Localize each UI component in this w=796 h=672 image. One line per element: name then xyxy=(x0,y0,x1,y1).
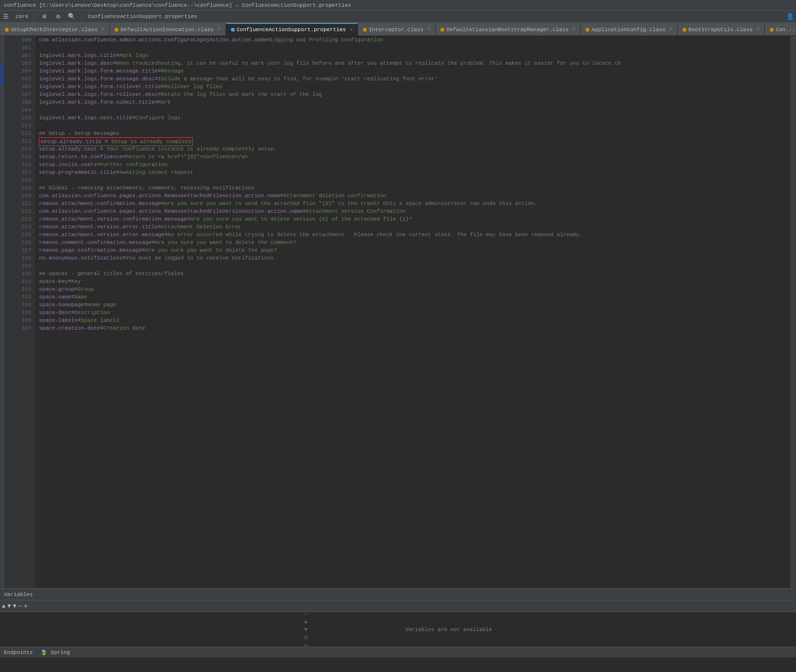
tab-con-ellipsis[interactable]: Con... xyxy=(765,23,796,36)
line-number: 322 xyxy=(4,207,31,215)
code-line: loglevel.mark.logs.desc=When troubleshoo… xyxy=(39,59,790,67)
menu-separator xyxy=(34,13,35,20)
code-line: setup.programmatic.title=Awaiting tenant… xyxy=(39,168,790,176)
variables-toolbar: ▲ ▼ ▼ — + xyxy=(0,600,796,612)
left-sidebar xyxy=(0,36,4,588)
tab-dot-orange7 xyxy=(770,28,774,32)
minus-icon[interactable]: — xyxy=(19,603,22,610)
line-number: 319 xyxy=(4,184,31,192)
tab-close[interactable]: × xyxy=(757,27,759,32)
layout-icon[interactable]: ⊞ xyxy=(40,13,48,20)
code-line xyxy=(39,176,790,184)
line-number: 326 xyxy=(4,239,31,246)
code-line: loglevel.mark.logs.next.title=Configure … xyxy=(39,114,790,122)
variables-header: Variables xyxy=(0,589,796,600)
tab-close[interactable]: × xyxy=(572,27,575,32)
tab-close[interactable]: × xyxy=(101,27,104,32)
line-number: 325 xyxy=(4,231,31,239)
tab-interceptor[interactable]: Interceptor.class × xyxy=(358,23,436,36)
search-icon[interactable]: 🔍 xyxy=(68,13,76,20)
code-line: loglevel.mark.logs.form.message.desc=Inc… xyxy=(39,75,790,83)
line-number: 314 xyxy=(4,145,31,153)
bottom-bar: Endpoints 🍃 Spring xyxy=(0,647,796,657)
line-number: 315 xyxy=(4,153,31,161)
line-number: 331 xyxy=(4,278,31,285)
code-line: setup.invite.users=Further configuration xyxy=(39,161,790,168)
code-line: space-homepage=Home page xyxy=(39,301,790,309)
line-number: 328 xyxy=(4,254,31,262)
tab-confluence-action-support[interactable]: ConfluenceActionSupport.properties × xyxy=(226,23,358,36)
code-line: loglevel.mark.logs.form.rollover.desc=Ro… xyxy=(39,91,790,98)
tab-label: DefaultAtlassianBootstrapManager.class xyxy=(446,27,569,33)
spring-label[interactable]: 🍃 Spring xyxy=(40,649,70,655)
plus-icon[interactable]: + xyxy=(24,602,28,610)
tab-dot-blue xyxy=(231,28,235,32)
tab-dot-orange6 xyxy=(682,28,686,32)
tab-default-action-invocation[interactable]: DefaultActionInvocation.class × xyxy=(110,23,226,36)
tab-close[interactable]: × xyxy=(427,27,430,32)
code-line: setup.already.title = Setup is already c… xyxy=(39,137,790,145)
tab-setup-check-interceptor[interactable]: SetupCheckInterceptor.class × xyxy=(0,23,110,36)
line-number: 309 xyxy=(4,106,31,114)
variables-content: — ▲ ▼ ⧉ ∞ Variables are not available xyxy=(0,612,796,647)
code-line: loglevel.mark.logs.form.submit.title=Mar… xyxy=(39,98,790,106)
code-area[interactable]: com.atlassian.confluence.admin.actions.C… xyxy=(35,36,790,588)
arrow-down-icon[interactable]: ▼ xyxy=(7,603,11,610)
tab-dot-orange4 xyxy=(440,28,444,32)
main-area: 3003013023033043053063073083093103113123… xyxy=(0,36,796,588)
line-number: 316 xyxy=(4,161,31,168)
code-line: remove.page.confirmation.message=Are you… xyxy=(39,246,790,254)
code-line: setup.return.to.confluence=Return to <a … xyxy=(39,153,790,161)
title-text: confluence [C:\Users\Lenovo\Desktop\conf… xyxy=(4,2,351,8)
settings-icon[interactable]: ⚙ xyxy=(54,13,62,20)
tab-dot-orange xyxy=(5,28,9,32)
line-number: 335 xyxy=(4,309,31,317)
filter-icon[interactable]: ▼ xyxy=(13,603,16,610)
title-bar: confluence [C:\Users\Lenovo\Desktop\conf… xyxy=(0,0,796,11)
hamburger-icon[interactable]: ☰ xyxy=(2,13,10,20)
line-number: 323 xyxy=(4,215,31,223)
menu-filename: ConfluenceActionSupport.properties xyxy=(88,14,197,19)
blue-indicator xyxy=(0,65,4,85)
line-number: 311 xyxy=(4,122,31,130)
variables-arrow-down: ▼ xyxy=(304,627,308,633)
line-number: 320 xyxy=(4,192,31,200)
code-line: loglevel.mark.logs.form.message.title=Me… xyxy=(39,67,790,75)
line-number: 304 xyxy=(4,67,31,75)
line-number: 337 xyxy=(4,324,31,332)
scrollbar[interactable] xyxy=(790,36,796,588)
code-line: com.atlassian.confluence.admin.actions.C… xyxy=(39,36,790,44)
menu-core[interactable]: core xyxy=(16,14,28,19)
variables-arrow-up: ▲ xyxy=(304,619,308,625)
line-number: 333 xyxy=(4,293,31,301)
tabs-bar: SetupCheckInterceptor.class × DefaultAct… xyxy=(0,22,796,36)
tab-application-config[interactable]: ApplicationConfig.class × xyxy=(581,23,678,36)
code-line: no.anonymous.notifications=You must be l… xyxy=(39,254,790,262)
line-number: 330 xyxy=(4,270,31,278)
arrow-up-icon[interactable]: ▲ xyxy=(2,603,5,610)
code-line xyxy=(39,44,790,52)
line-number: 321 xyxy=(4,200,31,207)
endpoints-label[interactable]: Endpoints xyxy=(4,650,33,655)
variables-infinity: ∞ xyxy=(304,642,308,648)
tab-close[interactable]: × xyxy=(669,27,672,32)
code-line: remove.attachment.version.confirmation.m… xyxy=(39,215,790,223)
code-line xyxy=(39,106,790,114)
tab-bootstrap-utils[interactable]: BootstrapUtils.class × xyxy=(678,23,765,36)
code-line: ## Global - removing attachments, commen… xyxy=(39,184,790,192)
tab-close[interactable]: × xyxy=(350,27,353,33)
tab-close[interactable]: × xyxy=(218,27,221,32)
line-number: 312 xyxy=(4,130,31,137)
line-number: 317 xyxy=(4,168,31,176)
line-gutter: 3003013023033043053063073083093103113123… xyxy=(4,36,35,588)
tab-default-atlassian-bootstrap[interactable]: DefaultAtlassianBootstrapManager.class × xyxy=(436,23,581,36)
line-number: 305 xyxy=(4,75,31,83)
user-icon[interactable]: 👤 xyxy=(786,13,794,20)
line-number: 306 xyxy=(4,83,31,91)
line-number: 336 xyxy=(4,317,31,324)
tab-label: Con... xyxy=(776,27,795,33)
code-line xyxy=(39,262,790,270)
code-line: space-group=Group xyxy=(39,285,790,293)
code-line: remove.attachment.version.error.title=At… xyxy=(39,223,790,231)
line-number: 303 xyxy=(4,59,31,67)
